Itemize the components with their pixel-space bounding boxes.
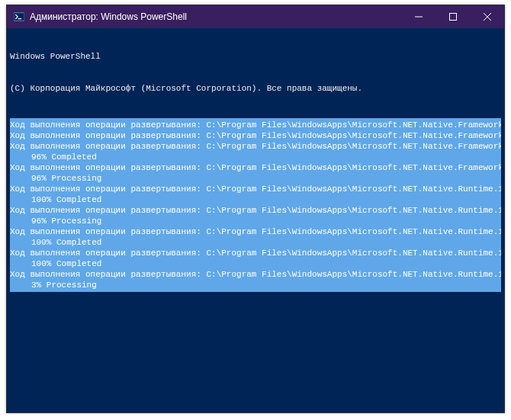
output-line: Ход выполнения операции развертывания: C…	[10, 130, 501, 141]
output-line: Ход выполнения операции развертывания: C…	[10, 269, 501, 280]
output-line: Ход выполнения операции развертывания: C…	[10, 226, 501, 237]
output-line: 96% Completed	[10, 152, 501, 162]
output-line: 3% Processing	[10, 280, 501, 290]
maximize-button[interactable]	[435, 5, 470, 28]
output-line: Ход выполнения операции развертывания: C…	[10, 184, 501, 194]
output-line: Ход выполнения операции развертывания: C…	[10, 162, 501, 173]
minimize-button[interactable]	[401, 5, 435, 28]
titlebar[interactable]: Администратор: Windows PowerShell	[7, 5, 504, 28]
close-button[interactable]	[470, 5, 504, 28]
powershell-window: Администратор: Windows PowerShell Window…	[6, 5, 505, 413]
output-line: 96% Processing	[10, 216, 501, 226]
svg-rect-1	[449, 14, 456, 21]
window-title: Администратор: Windows PowerShell	[30, 11, 401, 22]
terminal-area[interactable]: Windows PowerShell (C) Корпорация Майкро…	[7, 28, 504, 412]
output-line: Ход выполнения операции развертывания: C…	[10, 141, 501, 152]
output-line: Ход выполнения операции развертывания: C…	[10, 248, 501, 258]
window-controls	[401, 5, 504, 28]
output-line: Ход выполнения операции развертывания: C…	[10, 120, 501, 130]
app-icon	[13, 11, 25, 23]
selected-output-block: Ход выполнения операции развертывания: C…	[10, 118, 501, 292]
output-line: 100% Completed	[10, 237, 501, 248]
terminal-header-line: Windows PowerShell	[10, 51, 501, 62]
output-line: 100% Completed	[10, 258, 501, 269]
output-line: 96% Processing	[10, 173, 501, 184]
output-line: 100% Completed	[10, 194, 501, 205]
terminal-copyright-line: (C) Корпорация Майкрософт (Microsoft Cor…	[10, 83, 501, 94]
svg-rect-0	[14, 13, 24, 21]
output-line: Ход выполнения операции развертывания: C…	[10, 205, 501, 216]
